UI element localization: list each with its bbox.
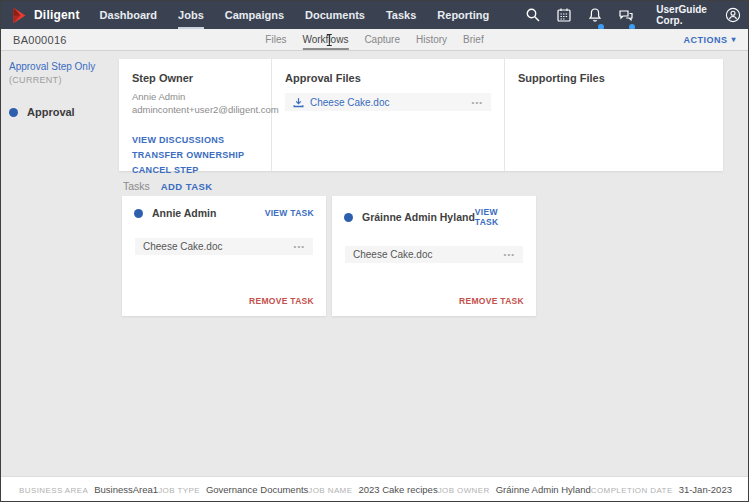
footer-field-job-type: JOB TYPE Governance Documents <box>158 484 308 495</box>
task-card: Gráinne Admin Hyland VIEW TASK Cheese Ca… <box>332 196 536 316</box>
footer-field-label: JOB OWNER <box>438 486 490 495</box>
footer-field-label: BUSINESS AREA <box>19 486 88 495</box>
footer-field-value: 2023 Cake recipes <box>358 484 437 495</box>
footer-field-label: JOB NAME <box>308 486 352 495</box>
step-status-dot <box>9 108 18 117</box>
main-nav: Dashboard Jobs Campaigns Documents Tasks… <box>100 1 511 29</box>
owner-name: Annie Admin <box>132 90 258 103</box>
app-window: Diligent Dashboard Jobs Campaigns Docume… <box>0 0 749 502</box>
tab-workflows[interactable]: Workflows <box>302 29 348 50</box>
messages-chat-icon[interactable] <box>618 7 634 23</box>
navbar-right: UserGuide Corp. <box>510 4 741 26</box>
view-task-link[interactable]: VIEW TASK <box>475 207 524 227</box>
nav-item-documents[interactable]: Documents <box>305 1 365 29</box>
footer-field-value: Governance Documents <box>206 484 308 495</box>
task-cards: Annie Admin VIEW TASK Cheese Cake.doc ••… <box>122 196 542 316</box>
remove-task-link[interactable]: REMOVE TASK <box>459 296 524 306</box>
actions-label: ACTIONS <box>683 35 727 45</box>
footer-field-completion-date: COMPLETION DATE 31-Jan-2023 <box>591 484 732 495</box>
task-card: Annie Admin VIEW TASK Cheese Cake.doc ••… <box>122 196 326 316</box>
footer-field-job-owner: JOB OWNER Gráinne Admin Hyland <box>438 484 591 495</box>
approval-files-section: Approval Files Cheese Cake.doc ••• <box>272 59 505 171</box>
cancel-step-link[interactable]: CANCEL STEP <box>132 163 258 178</box>
nav-item-dashboard[interactable]: Dashboard <box>100 1 157 29</box>
view-task-link[interactable]: VIEW TASK <box>265 208 314 218</box>
supporting-files-title: Supporting Files <box>518 72 710 84</box>
tasks-label: Tasks <box>123 180 150 192</box>
footer-field-value: Gráinne Admin Hyland <box>496 484 591 495</box>
task-file-name: Cheese Cake.doc <box>143 241 223 252</box>
diligent-logo-icon <box>11 7 28 24</box>
step-owner-title: Step Owner <box>132 72 258 84</box>
tab-brief[interactable]: Brief <box>463 29 484 50</box>
company-name[interactable]: UserGuide Corp. <box>656 4 707 26</box>
notifications-bell-icon[interactable] <box>587 7 603 23</box>
footer-field-business-area: BUSINESS AREA BusinessArea1 <box>19 484 158 495</box>
more-options-icon[interactable]: ••• <box>294 242 305 251</box>
job-bar: BA000016 Files Workflows Capture History… <box>1 29 748 51</box>
tab-files[interactable]: Files <box>265 29 286 50</box>
approval-file-row: Cheese Cake.doc ••• <box>285 93 491 111</box>
tab-workflows-label: Workflows <box>302 34 348 45</box>
approval-files-title: Approval Files <box>285 72 491 84</box>
brand-name: Diligent <box>34 8 80 22</box>
actions-dropdown[interactable]: ACTIONS ▾ <box>683 35 736 45</box>
owner-email: admincontent+user2@diligent.com <box>132 103 258 116</box>
tasks-header-row: Tasks ADD TASK <box>123 180 212 192</box>
workflow-sidebar: Approval Step Only (CURRENT) Approval <box>1 51 119 128</box>
approval-file-link[interactable]: Cheese Cake.doc <box>310 97 390 108</box>
task-card-header: Gráinne Admin Hyland VIEW TASK <box>332 196 536 227</box>
job-tabs: Files Workflows Capture History Brief <box>257 29 491 50</box>
add-task-link[interactable]: ADD TASK <box>161 181 213 192</box>
chevron-down-icon: ▾ <box>731 35 736 44</box>
more-options-icon[interactable]: ••• <box>504 250 515 259</box>
account-icon[interactable] <box>725 7 741 23</box>
top-navbar: Diligent Dashboard Jobs Campaigns Docume… <box>1 1 748 29</box>
task-status-dot <box>134 209 143 218</box>
nav-item-reporting[interactable]: Reporting <box>437 1 489 29</box>
footer-field-job-name: JOB NAME 2023 Cake recipes <box>308 484 437 495</box>
brand[interactable]: Diligent <box>11 7 80 24</box>
footer-field-label: JOB TYPE <box>158 486 200 495</box>
transfer-ownership-link[interactable]: TRANSFER OWNERSHIP <box>132 148 258 163</box>
task-status-dot <box>344 213 353 222</box>
task-assignee: Gráinne Admin Hyland <box>362 211 475 223</box>
search-icon[interactable] <box>525 7 541 23</box>
text-cursor <box>328 34 329 46</box>
task-card-header: Annie Admin VIEW TASK <box>122 196 326 219</box>
sidebar-current-label: (CURRENT) <box>9 75 111 85</box>
remove-task-link[interactable]: REMOVE TASK <box>249 296 314 306</box>
view-discussions-link[interactable]: VIEW DISCUSSIONS <box>132 133 258 148</box>
owner-links: VIEW DISCUSSIONS TRANSFER OWNERSHIP CANC… <box>132 133 258 178</box>
nav-item-jobs[interactable]: Jobs <box>178 1 204 29</box>
task-assignee: Annie Admin <box>152 207 216 219</box>
nav-item-campaigns[interactable]: Campaigns <box>225 1 284 29</box>
content-area: Approval Step Only (CURRENT) Approval St… <box>1 51 748 476</box>
task-file-row: Cheese Cake.doc ••• <box>345 246 523 263</box>
approval-step-panel: Step Owner Annie Admin admincontent+user… <box>119 59 723 171</box>
more-options-icon[interactable]: ••• <box>472 98 483 107</box>
job-id: BA000016 <box>13 34 67 46</box>
calendar-icon[interactable] <box>556 7 572 23</box>
step-name: Approval <box>27 106 75 118</box>
footer-field-value: 31-Jan-2023 <box>679 484 732 495</box>
download-icon[interactable] <box>293 97 304 108</box>
task-file-name: Cheese Cake.doc <box>353 249 433 260</box>
supporting-files-section: Supporting Files <box>505 59 723 171</box>
footer-field-label: COMPLETION DATE <box>591 486 673 495</box>
tab-history[interactable]: History <box>416 29 447 50</box>
step-owner-section: Step Owner Annie Admin admincontent+user… <box>119 59 272 171</box>
sidebar-step-link[interactable]: Approval Step Only <box>9 61 111 72</box>
nav-item-tasks[interactable]: Tasks <box>386 1 416 29</box>
job-summary-footer: BUSINESS AREA BusinessArea1 JOB TYPE Gov… <box>1 476 748 501</box>
tab-capture[interactable]: Capture <box>364 29 400 50</box>
sidebar-step-approval[interactable]: Approval <box>9 106 111 118</box>
task-file-row: Cheese Cake.doc ••• <box>135 238 313 255</box>
footer-field-value: BusinessArea1 <box>94 484 158 495</box>
